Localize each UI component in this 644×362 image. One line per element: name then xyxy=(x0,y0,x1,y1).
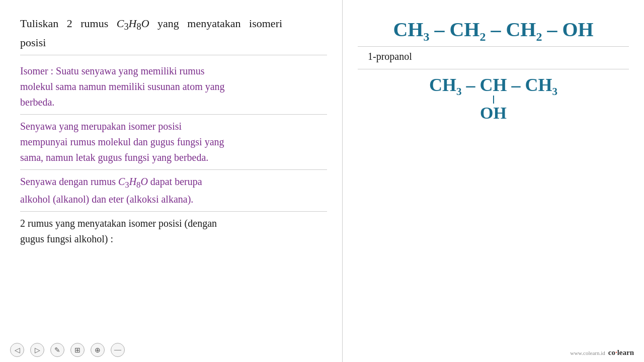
isomer-posisi-section: Senyawa yang merupakan isomer posisi mem… xyxy=(20,115,327,170)
edit-button[interactable]: ✎ xyxy=(50,343,64,357)
formula-1-propanol-structure: CH3 – CH2 – CH2 – OH xyxy=(358,10,629,47)
grid-button[interactable]: ⊞ xyxy=(70,343,85,357)
isomer-posisi-text: Senyawa yang merupakan isomer posisi mem… xyxy=(20,119,327,165)
right-panel: CH3 – CH2 – CH2 – OH 1-propanol CH3 – CH… xyxy=(342,0,644,362)
ch-center-text: CH xyxy=(480,74,507,96)
main-container: Tuliskan 2 rumus C3H8O yang menyatakan i… xyxy=(0,0,644,362)
bottom-controls: ◁ ▷ ✎ ⊞ ⊕ — xyxy=(10,343,125,357)
compounds-text: Senyawa dengan rumus C3H8O dapat berupa … xyxy=(20,174,327,207)
answer-intro-text: 2 rumus yang menyatakan isomer posisi (d… xyxy=(20,216,327,247)
propanol-1-label: 1-propanol xyxy=(368,51,629,62)
footer-url: www.colearn.id xyxy=(570,350,605,356)
footer-logo: co·learn xyxy=(608,348,634,357)
answer-intro-section: 2 rumus yang menyatakan isomer posisi (d… xyxy=(20,212,327,251)
formula-2-propanol-left: CH3 – xyxy=(429,74,480,98)
formula-2-propanol-structure: CH3 – CH OH – CH3 xyxy=(358,69,629,128)
back-button[interactable]: ◁ xyxy=(10,343,24,357)
definition-text: Isomer : Suatu senyawa yang memiliki rum… xyxy=(20,63,327,110)
forward-button[interactable]: ▷ xyxy=(30,343,44,357)
minus-button[interactable]: — xyxy=(111,343,125,357)
definition-section: Isomer : Suatu senyawa yang memiliki rum… xyxy=(20,59,327,115)
footer: www.colearn.id co·learn xyxy=(570,348,634,357)
question-title: Tuliskan 2 rumus C3H8O yang menyatakan i… xyxy=(20,15,327,55)
zoom-button[interactable]: ⊕ xyxy=(91,343,105,357)
compounds-section: Senyawa dengan rumus C3H8O dapat berupa … xyxy=(20,170,327,212)
branch-line xyxy=(493,96,494,104)
oh-group-text: OH xyxy=(480,104,507,123)
left-panel: Tuliskan 2 rumus C3H8O yang menyatakan i… xyxy=(0,0,342,362)
formula-2-propanol-row: CH3 – CH OH – CH3 xyxy=(429,74,557,123)
formula-2-propanol-right: – CH3 xyxy=(507,74,558,98)
formula-1-propanol-text: CH3 – CH2 – CH2 – OH xyxy=(393,18,593,44)
propanol-label-section: 1-propanol xyxy=(358,47,629,69)
formula-2-propanol-center: CH OH xyxy=(480,74,507,123)
